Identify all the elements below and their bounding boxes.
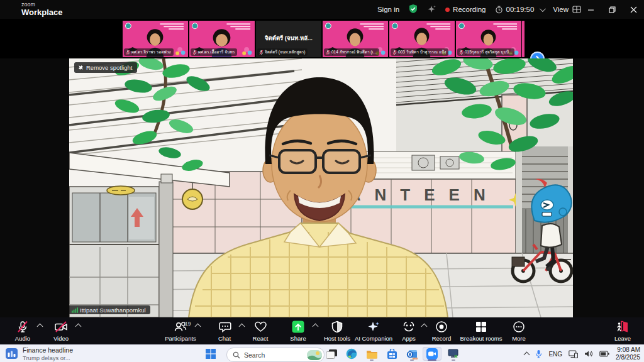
widgets-weather-icon: [5, 347, 18, 360]
heart-icon: [253, 320, 268, 334]
video-button[interactable]: Video: [39, 319, 83, 344]
restore-button[interactable]: [601, 0, 623, 19]
participant-tile[interactable]: ผศ.ดร.เอื้ออารี จันทร: [189, 21, 255, 57]
clock-date: 2/8/2025: [616, 354, 640, 362]
clock-icon: [495, 6, 503, 14]
brand-workplace-label: Workplace: [21, 8, 63, 16]
participant-tile[interactable]: 014 ภัทรกรณ์ พินสีดา (เ...: [323, 21, 388, 57]
leave-door-icon: [615, 320, 630, 334]
open-app-indicator: [370, 359, 374, 361]
language-indicator[interactable]: ENG: [548, 351, 562, 358]
shield-check-icon[interactable]: [408, 4, 418, 15]
participant-tile[interactable]: จิตต์ตรี (จนท.หลั... จิตต์ตรี (จนท.หลักส…: [256, 21, 321, 57]
widget-headline: Finance headline: [23, 346, 73, 354]
shield-icon: [330, 320, 344, 334]
search-icon: [233, 351, 240, 359]
clock-time: 9:08 AM: [616, 346, 640, 354]
remove-spotlight-label: Remove spotlight: [86, 64, 132, 71]
search-placeholder: Search: [244, 351, 265, 359]
apps-icon: [402, 320, 416, 334]
brand-zoom-label: zoom: [21, 2, 63, 8]
windows-taskbar: Finance headline Trump delays or... Sear…: [0, 344, 644, 362]
recording-indicator[interactable]: Recording: [445, 6, 486, 13]
participant-name-label: ผศ.ดร.เอื้ออารี จันทร: [191, 48, 237, 56]
share-screen-icon: [291, 320, 305, 334]
leave-button[interactable]: Leave: [601, 319, 644, 344]
video-stage: CANTEEN: [0, 58, 644, 317]
camera-off-icon: [53, 320, 69, 334]
remote-desktop-icon[interactable]: [444, 347, 463, 361]
participant-name-label: 014 ภัทรกรณ์ พินสีดา (เ...: [324, 48, 379, 56]
taskbar-clock[interactable]: 9:08 AM 2/8/2025: [616, 346, 640, 362]
participant-tile[interactable]: 015กุลนารี สุจริตกุล มุมบี...: [456, 21, 521, 57]
tray-mic-icon[interactable]: [535, 349, 542, 358]
participants-count: 19: [185, 321, 191, 327]
microsoft-store-icon[interactable]: [382, 347, 401, 361]
search-box[interactable]: Search: [226, 348, 325, 362]
task-view-icon: [326, 349, 337, 359]
speaker-name-label: Ittipaat Suwathanpornkul: [80, 307, 146, 314]
battery-icon[interactable]: [599, 351, 609, 357]
mic-off-icon: [126, 50, 130, 55]
title-bar: zoom Workplace Sign in Recording 00:19:5…: [0, 0, 644, 19]
participant-name-label: จิตต์ตรี (จนท.หลักสูตร): [257, 48, 308, 56]
remove-spotlight-button[interactable]: Remove spotlight: [74, 62, 137, 73]
task-view-button[interactable]: [322, 347, 341, 361]
taskbar-widget[interactable]: Finance headline Trump delays or...: [5, 346, 73, 361]
participant-display-name: จิตต์ตรี (จนท.หลั...: [256, 33, 321, 43]
more-button[interactable]: More: [499, 319, 538, 344]
chat-icon: [218, 320, 231, 334]
participant-filmstrip: ผศ.ดร.จิราพร รอดพ่วง ผศ.ดร.เอื้ออารี จัน…: [0, 19, 644, 58]
share-button[interactable]: Share: [276, 319, 320, 344]
meeting-timer[interactable]: 00:19:50: [495, 6, 545, 14]
speaker-nametag: Ittipaat Suwathanpornkul: [69, 305, 150, 314]
view-label: View: [553, 6, 569, 13]
view-button[interactable]: View: [553, 6, 581, 13]
file-explorer-icon[interactable]: [362, 347, 381, 361]
participant-tile[interactable]: 003 วันทิตา ป้าสุวรรณ แป้ง: [389, 21, 455, 57]
close-button[interactable]: [623, 0, 644, 19]
edge-browser-icon[interactable]: [342, 347, 361, 361]
minimize-button[interactable]: [580, 0, 601, 19]
open-app-indicator: [452, 359, 455, 361]
record-icon: [435, 320, 448, 334]
widget-subheadline: Trump delays or...: [23, 354, 73, 361]
outlook-icon[interactable]: NEW: [402, 347, 421, 361]
mic-off-icon: [259, 50, 264, 55]
timer-value: 00:19:50: [506, 6, 535, 13]
recording-dot-icon: [445, 8, 450, 12]
windows-logo-icon: [206, 349, 216, 359]
zoom-toolbar: Audio Video Participants 19 Chat: [0, 317, 644, 344]
open-app-indicator: [410, 359, 414, 361]
spotlight-pin-icon: [78, 65, 84, 70]
audio-button[interactable]: Audio: [1, 319, 45, 344]
tray-expand-chevron-icon[interactable]: [524, 351, 530, 358]
virtual-background-canteen: CANTEEN: [69, 58, 573, 317]
volume-icon[interactable]: [584, 350, 593, 358]
recording-label: Recording: [453, 6, 486, 13]
participant-name-label: 003 วันทิตา ป้าสุวรรณ แป้ง: [391, 48, 448, 56]
mic-off-icon: [392, 50, 397, 55]
ai-companion-sparkle-icon: [367, 320, 380, 334]
signal-bars-icon: [72, 307, 78, 313]
sparkle-icon[interactable]: [427, 4, 436, 15]
mic-off-icon: [326, 50, 330, 55]
cast-screen-icon[interactable]: [569, 350, 578, 358]
more-ellipsis-icon: [512, 320, 526, 334]
search-daily-image[interactable]: [307, 350, 322, 360]
mic-off-icon: [192, 50, 197, 55]
participants-button[interactable]: Participants 19: [158, 319, 203, 344]
start-button[interactable]: [201, 347, 220, 361]
breakout-rooms-icon: [474, 320, 488, 334]
participant-name-label: 015กุลนารี สุจริตกุล มุมบี...: [457, 48, 514, 56]
chevron-down-icon[interactable]: [540, 6, 546, 12]
spotlight-video[interactable]: CANTEEN: [69, 58, 573, 317]
participant-tile[interactable]: ผศ.ดร.จิราพร รอดพ่วง: [123, 21, 188, 57]
mic-off-icon: [459, 50, 464, 55]
zoom-workplace-brand: zoom Workplace: [21, 2, 63, 16]
participant-tile-partial: [522, 21, 525, 57]
participant-name-label: ผศ.ดร.จิราพร รอดพ่วง: [124, 48, 174, 56]
sign-in-link[interactable]: Sign in: [377, 6, 399, 13]
mic-off-icon: [16, 320, 30, 334]
zoom-app-icon[interactable]: [423, 347, 441, 361]
